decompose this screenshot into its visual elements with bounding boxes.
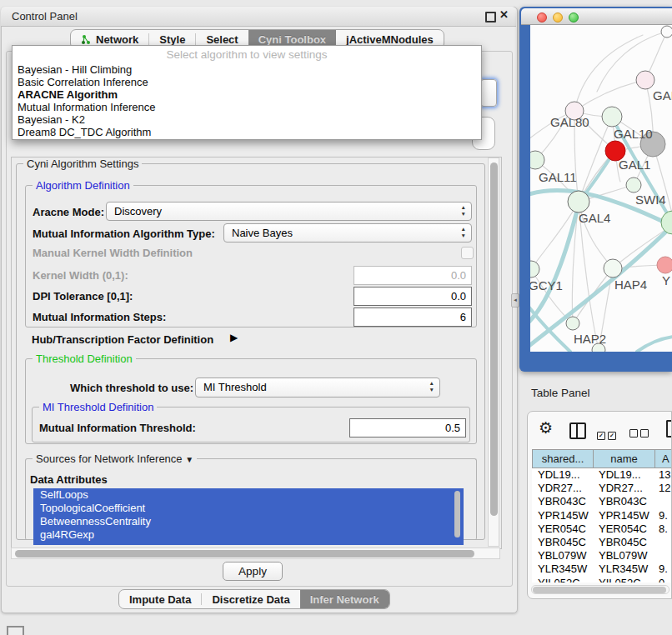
attribute-option[interactable]: gal4RGexp — [33, 528, 464, 542]
collapse-down-icon[interactable]: ▼ — [185, 455, 193, 464]
table-row[interactable]: YER054CYER054C8. — [532, 522, 672, 536]
apply-button[interactable]: Apply — [223, 562, 283, 581]
node-label: GAL — [653, 88, 672, 102]
table-row[interactable]: YDR27...YDR27...12 — [532, 482, 672, 495]
table-cell — [654, 549, 672, 562]
dpi-tolerance-field[interactable]: 0.0 — [354, 287, 472, 306]
group-title: Algorithm Definition — [33, 179, 133, 192]
group-title: Threshold Definition — [33, 352, 136, 365]
table-row[interactable]: YIL052CYIL052C0 — [532, 577, 672, 583]
attribute-option[interactable]: TopologicalCoefficient — [33, 502, 464, 515]
deselect-all-checkboxes-icon[interactable] — [629, 426, 651, 441]
table-cell: YDL19... — [593, 468, 654, 482]
minimize-traffic-light[interactable] — [553, 12, 563, 22]
zoom-traffic-light[interactable] — [569, 12, 579, 22]
mi-threshold-field[interactable]: 0.5 — [349, 418, 466, 438]
tab-discretize-data[interactable]: Discretize Data — [202, 590, 299, 608]
bottom-left-grip[interactable] — [7, 626, 24, 635]
algorithm-option[interactable]: Bayesian - K2 — [13, 113, 481, 126]
selected-value: Discovery — [114, 205, 162, 218]
dpi-tolerance-label: DPI Tolerance [0,1]: — [33, 290, 133, 302]
node-swi4[interactable] — [626, 178, 641, 192]
network-canvas[interactable]: GAL GAL80 GAL10 GAL1 GAL11 SWI4 GAL4 GCY… — [530, 25, 672, 352]
which-threshold-select[interactable]: MI Threshold ▲▼ — [195, 378, 440, 398]
table-cell: YBL079W — [593, 549, 654, 562]
table-body: YDL19...YDL19...13YDR27...YDR27...12YBR0… — [532, 468, 672, 582]
manual-kernel-checkbox[interactable] — [461, 247, 474, 259]
column-header[interactable]: A — [655, 450, 672, 468]
mi-type-select[interactable]: Naive Bayes ▲▼ — [223, 223, 472, 242]
settings-horizontal-scrollbar[interactable] — [11, 548, 500, 559]
algorithm-option[interactable]: ARACNE Algorithm — [13, 88, 481, 101]
table-row[interactable]: YDL19...YDL19...13 — [532, 468, 672, 482]
table-panel-window: ⚙ ✓✓ shared... name A YDL19...YDL19...13… — [527, 411, 672, 599]
node-gcy1[interactable] — [530, 261, 539, 278]
select-all-checkboxes-icon[interactable]: ✓✓ — [597, 426, 619, 441]
algorithm-option[interactable]: Basic Correlation Inference — [13, 76, 481, 88]
combo-arrows-icon: ▲▼ — [461, 204, 466, 218]
table-row[interactable]: YBR045CYBR045C — [532, 536, 672, 549]
node-right-partial[interactable] — [661, 211, 672, 234]
table-cell: YPR145W — [593, 509, 654, 522]
node-gal4[interactable] — [568, 191, 589, 212]
table-horizontal-scrollbar[interactable] — [531, 585, 669, 594]
window-title: Control Panel — [12, 10, 78, 22]
table-cell: YDR27... — [532, 482, 593, 495]
table-cell: YIL052C — [532, 577, 593, 583]
table-cell: YPR145W — [532, 509, 593, 522]
node-label: GAL4 — [579, 211, 610, 225]
close-icon[interactable]: ✕ — [499, 8, 509, 21]
node-gal10[interactable] — [602, 107, 622, 127]
attribute-option[interactable]: BetweennessCentrality — [33, 515, 464, 528]
inference-algorithm-combobox[interactable] — [480, 79, 497, 107]
column-header[interactable]: name — [594, 450, 655, 468]
algorithm-option[interactable]: Bayesian - Hill Climbing — [13, 63, 481, 76]
attribute-option[interactable]: SelfLoops — [33, 488, 464, 502]
table-row[interactable]: YPR145WYPR145W9. — [532, 509, 672, 522]
tab-impute-data[interactable]: Impute Data — [119, 590, 201, 608]
node-hap4[interactable] — [604, 259, 622, 278]
gear-icon[interactable]: ⚙ — [539, 418, 553, 438]
scrollbar-thumb[interactable] — [490, 162, 498, 516]
scrollbar-thumb[interactable] — [15, 550, 474, 558]
settings-vertical-scrollbar[interactable] — [488, 158, 499, 547]
tab-infer-network[interactable]: Infer Network — [300, 590, 389, 608]
algorithm-popup-prompt: Select algorithm to view settings — [13, 48, 481, 61]
table-cell: 0 — [654, 577, 672, 583]
data-attributes-list[interactable]: SelfLoopsTopologicalCoefficientBetweenne… — [33, 488, 464, 545]
node-gal-partial[interactable] — [636, 71, 654, 89]
mi-steps-field[interactable]: 6 — [354, 308, 472, 327]
tab-label: Discretize Data — [212, 593, 289, 606]
algorithm-option[interactable]: Dream8 DC_TDC Algorithm — [13, 126, 481, 138]
attributes-scrollbar-thumb[interactable] — [454, 491, 460, 538]
mi-threshold-label: Mutual Information Threshold: — [39, 422, 196, 434]
expand-right-icon[interactable]: ▶ — [230, 332, 238, 343]
table-cell: 9. — [654, 562, 672, 576]
table-row[interactable]: YBL079WYBL079W — [532, 549, 672, 562]
panel-collapse-grip[interactable]: ◂ — [511, 293, 519, 308]
table-cell: YIL052C — [593, 577, 654, 583]
node[interactable] — [661, 26, 672, 38]
manual-kernel-label: Manual Kernel Width Definition — [33, 247, 193, 259]
table-row[interactable]: YBR043CYBR043C — [532, 495, 672, 508]
float-window-icon[interactable] — [485, 12, 496, 22]
network-view-window: GAL GAL80 GAL10 GAL1 GAL11 SWI4 GAL4 GCY… — [519, 7, 672, 372]
table-cell: YBR045C — [593, 536, 654, 549]
node-gal11[interactable] — [530, 151, 544, 169]
table-row[interactable]: YLR345WYLR345W9. — [532, 562, 672, 576]
node-salmon[interactable] — [657, 257, 672, 273]
table-mode-icon[interactable] — [666, 420, 672, 438]
columns-icon[interactable] — [569, 422, 586, 439]
selected-value: Naive Bayes — [232, 227, 293, 239]
aracne-mode-select[interactable]: Discovery ▲▼ — [106, 202, 472, 221]
table-cell: 12 — [654, 482, 672, 495]
column-header[interactable]: shared... — [533, 450, 594, 468]
scrollbar-thumb[interactable] — [533, 587, 666, 593]
kernel-width-label: Kernel Width (0,1): — [33, 269, 128, 282]
combo-arrows-icon: ▲▼ — [429, 380, 434, 393]
group-title: Sources for Network Inference ▼ — [33, 452, 197, 465]
close-traffic-light[interactable] — [537, 12, 547, 22]
algorithm-option[interactable]: Mutual Information Inference — [13, 101, 481, 113]
bottom-tabs: Impute Data Discretize Data Infer Networ… — [118, 589, 390, 609]
node-hap2[interactable] — [566, 317, 579, 330]
